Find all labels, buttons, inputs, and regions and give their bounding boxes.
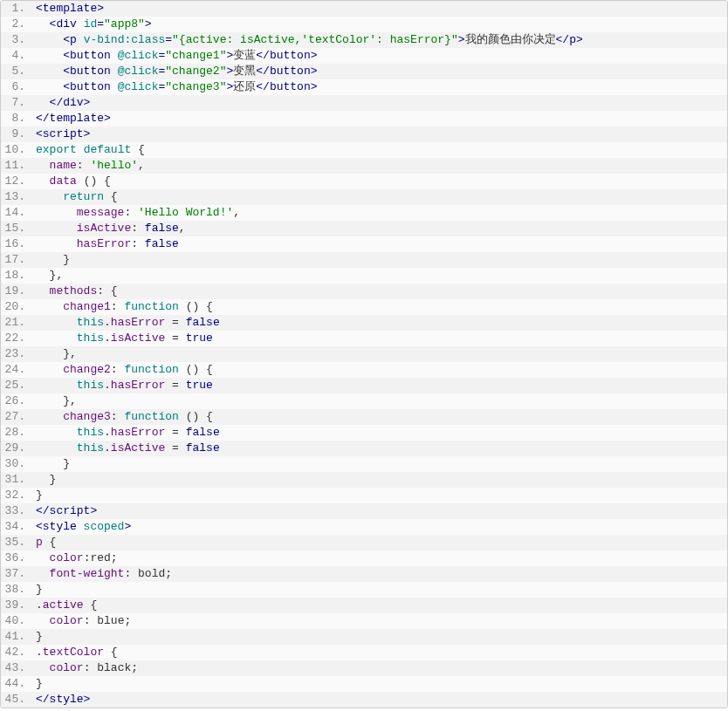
code-line: 23. }, [1,346,727,362]
line-number: 23. [1,346,32,362]
token [36,614,50,627]
token: @click [118,65,159,78]
token: <div [50,17,84,31]
code-line: 16. hasError: false [1,236,727,252]
token: this [77,332,104,345]
token: , [233,206,240,219]
token: false [186,441,220,455]
token [36,379,77,392]
token: "change1" [165,49,226,62]
line-number: 20. [1,299,32,315]
code-line: 27. change3: function () { [1,409,727,425]
code-line: 28. this.hasError = false [1,425,727,441]
token: . [104,426,111,439]
code-line: 7. </div> [1,95,727,111]
line-content: }, [32,346,727,362]
code-line: 19. methods: { [1,284,727,299]
line-number: 15. [1,221,32,236]
line-number: 7. [1,95,32,111]
token: <style [36,520,84,533]
line-number: 31. [1,472,32,488]
code-line: 38.} [1,582,727,598]
line-content: } [32,582,727,598]
token: .active [36,598,84,612]
token: font-weight [50,567,125,580]
token: false [145,237,179,250]
line-content: color:red; [32,550,727,566]
token: "app8" [104,17,145,31]
token: hasError [111,316,165,329]
token: } [36,630,43,643]
token: color [50,661,84,674]
token [36,222,77,235]
token: . [104,441,111,455]
token: , [138,159,145,172]
token: isActive [111,332,165,345]
token: > [145,17,152,31]
line-number: 6. [1,79,32,95]
line-number: 27. [1,409,32,425]
code-line: 15. isActive: false, [1,221,727,236]
line-content: <button @click="change2">变黑</button> [32,64,727,79]
line-content: }, [32,393,727,409]
token: </style> [36,693,90,706]
line-number: 19. [1,284,32,299]
token: @click [118,80,159,93]
line-number: 13. [1,189,32,205]
token: </p> [556,33,583,46]
code-line: 41.} [1,629,727,645]
code-line: 40. color: blue; [1,613,727,629]
token: @click [118,49,159,62]
code-line: 34.<style scoped> [1,519,727,535]
token [36,237,77,250]
token: this [77,426,104,439]
code-line: 26. }, [1,393,727,409]
code-line: 3. <p v-bind:class="{active: isActive,'t… [1,32,727,48]
code-line: 25. this.hasError = true [1,378,727,393]
line-content: } [32,629,727,645]
line-content: <template> [32,1,727,17]
token: this [77,316,104,329]
line-content: } [32,252,727,268]
token: > [458,33,465,46]
token: { [104,646,118,659]
token: v-bind:class [84,33,166,46]
token: > [124,520,131,533]
code-line: 36. color:red; [1,550,727,566]
token: </scr [36,504,70,517]
line-content: change3: function () { [32,409,727,425]
line-content: p { [32,535,727,550]
code-line: 33.</script> [1,503,727,519]
line-number: 38. [1,582,32,598]
line-content: <button @click="change3">还原</button> [32,79,727,95]
token: </button> [256,65,317,78]
line-content: .textColor { [32,645,727,660]
token: 'Hello World!' [138,206,233,219]
token: "change3" [165,80,226,93]
line-content: <style scoped> [32,519,727,535]
token: () { [179,363,213,376]
code-line: 12. data () { [1,174,727,189]
token [36,567,50,580]
token: { [131,143,145,156]
line-number: 28. [1,425,32,441]
line-content: font-weight: bold; [32,566,727,582]
token: id [84,17,98,31]
token: message [77,206,125,219]
line-number: 12. [1,174,32,189]
token [36,174,50,188]
line-content: </template> [32,111,727,126]
line-number: 32. [1,488,32,503]
token: , [179,222,186,235]
token: = [165,332,185,345]
token: = [165,426,185,439]
line-content: this.isActive = true [32,331,727,346]
token: } [36,253,70,266]
token [36,33,63,46]
line-number: 41. [1,629,32,645]
token: export [36,143,77,156]
token: "{active: isActive,'textColor': hasError… [172,33,458,46]
code-line: 32.} [1,488,727,503]
token: }, [36,347,77,360]
code-line: 1.<template> [1,1,727,17]
